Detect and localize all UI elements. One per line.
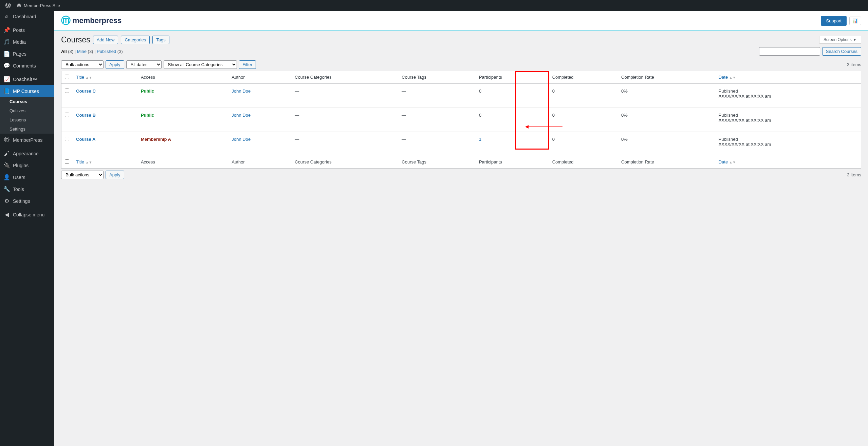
items-count-bottom: 3 items [847,172,861,177]
row-checkbox[interactable] [65,137,69,141]
access-label: Public [141,113,154,118]
col-completion-rate: Completion Rate [618,71,715,84]
filter-mine[interactable]: Mine [77,49,87,54]
datetime-value: XXXX/XX/XX at XX:XX am [719,94,771,99]
submenu-quizzes[interactable]: Quizzes [0,106,54,115]
col-participants: Participants [476,71,549,84]
author-link[interactable]: John Doe [232,113,251,118]
sidebar-item-tools[interactable]: 🔧Tools [0,183,54,195]
sidebar-item-comments[interactable]: 💬Comments [0,60,54,72]
search-button[interactable]: Search Courses [822,47,861,56]
author-link[interactable]: John Doe [232,137,251,142]
categories-value: — [295,89,299,94]
mp-logo-text: memberpress [73,16,122,25]
col-title[interactable]: Title ▲▼ [73,71,137,84]
sidebar-item-users[interactable]: 👤Users [0,171,54,183]
participants-link[interactable]: 1 [479,137,481,142]
sliders-icon: ⚙ [3,198,10,204]
admin-bar: MemberPress Site [0,0,868,11]
categories-button[interactable]: Categories [121,36,150,44]
categories-value: — [295,137,299,142]
date-filter-select[interactable]: All dates [126,60,162,69]
col-tags: Course Tags [398,71,476,84]
page-icon: 📄 [3,51,10,57]
user-icon: 👤 [3,174,10,180]
admin-sidebar: ⌾Dashboard 📌Posts 🎵Media 📄Pages 💬Comment… [0,11,54,446]
table-row: Course B Public John Doe — — 0 0 0% Publ… [61,108,861,132]
home-icon [16,3,22,8]
sidebar-item-mp-courses[interactable]: 📘MP Courses [0,85,54,97]
book-icon: 📘 [3,88,10,94]
screen-options-tab[interactable]: Screen Options ▼ [819,36,861,44]
sidebar-submenu: Courses Quizzes Lessons Settings [0,97,54,134]
completion-rate-value: 0% [621,137,628,142]
access-label: Membership A [141,137,171,142]
table-row: Course C Public John Doe — — 0 0 0% Publ… [61,84,861,108]
filter-all[interactable]: All [61,49,67,54]
category-filter-select[interactable]: Show all Course Categories [164,60,237,69]
col-title-foot[interactable]: Title ▲▼ [73,156,137,169]
completed-value: 0 [552,113,555,118]
tags-value: — [402,137,406,142]
site-home-link[interactable]: MemberPress Site [14,0,63,11]
participants-value: 0 [479,89,481,94]
col-date-foot[interactable]: Date ▲▼ [715,156,861,169]
plug-icon: 🔌 [3,162,10,169]
support-button[interactable]: Support [821,16,847,26]
sidebar-item-pages[interactable]: 📄Pages [0,48,54,60]
bulk-actions-select[interactable]: Bulk actions [61,60,104,69]
dashboard-icon: ⌾ [3,14,10,20]
sidebar-item-plugins[interactable]: 🔌Plugins [0,159,54,171]
sidebar-item-posts[interactable]: 📌Posts [0,24,54,36]
completion-rate-value: 0% [621,89,628,94]
submenu-settings[interactable]: Settings [0,124,54,134]
add-new-button[interactable]: Add New [93,36,118,44]
sidebar-item-dashboard[interactable]: ⌾Dashboard [0,11,54,22]
sidebar-item-settings[interactable]: ⚙Settings [0,195,54,207]
filter-published[interactable]: Published [97,49,116,54]
row-checkbox[interactable] [65,89,69,93]
course-title-link[interactable]: Course B [76,113,96,118]
sidebar-item-appearance[interactable]: 🖌Appearance [0,148,54,159]
wp-logo[interactable] [3,0,14,11]
sidebar-item-memberpress[interactable]: ⓜMemberPress [0,134,54,146]
select-all-top[interactable] [65,75,69,79]
site-name: MemberPress Site [24,3,60,8]
submenu-courses[interactable]: Courses [0,97,54,106]
select-all-bottom[interactable] [65,159,69,164]
chart-icon: 📈 [3,76,10,82]
apply-bulk-button[interactable]: Apply [106,60,124,69]
sidebar-item-coachkit[interactable]: 📈CoachKit™ [0,73,54,85]
sidebar-collapse[interactable]: ◀Collapse menu [0,209,54,220]
participants-value: 0 [479,113,481,118]
course-title-link[interactable]: Course C [76,89,96,94]
wrench-icon: 🔧 [3,186,10,192]
brush-icon: 🖌 [3,151,10,157]
author-link[interactable]: John Doe [232,89,251,94]
col-date[interactable]: Date ▲▼ [715,71,861,84]
apply-bulk-button-bottom[interactable]: Apply [106,171,124,179]
col-author: Author [228,71,292,84]
status-value: Published [719,137,738,142]
sidebar-item-media[interactable]: 🎵Media [0,36,54,48]
comment-icon: 💬 [3,62,10,69]
filter-button[interactable]: Filter [239,60,256,69]
completion-rate-value: 0% [621,113,628,118]
tags-button[interactable]: Tags [152,36,169,44]
col-access: Access [137,71,228,84]
dashboard-widget-button[interactable]: 📊 [849,17,861,25]
datetime-value: XXXX/XX/XX at XX:XX am [719,118,771,123]
content-area: ⓜ memberpress Support 📊 Courses Add New … [54,11,868,446]
search-input[interactable] [759,47,820,56]
media-icon: 🎵 [3,39,10,45]
course-title-link[interactable]: Course A [76,137,95,142]
tags-value: — [402,113,406,118]
items-count-top: 3 items [847,62,861,67]
mp-logo-mark: ⓜ [61,14,70,27]
status-value: Published [719,113,738,118]
bulk-actions-select-bottom[interactable]: Bulk actions [61,171,104,179]
row-checkbox[interactable] [65,113,69,117]
submenu-lessons[interactable]: Lessons [0,115,54,124]
mp-logo: ⓜ memberpress [61,14,122,27]
tags-value: — [402,89,406,94]
